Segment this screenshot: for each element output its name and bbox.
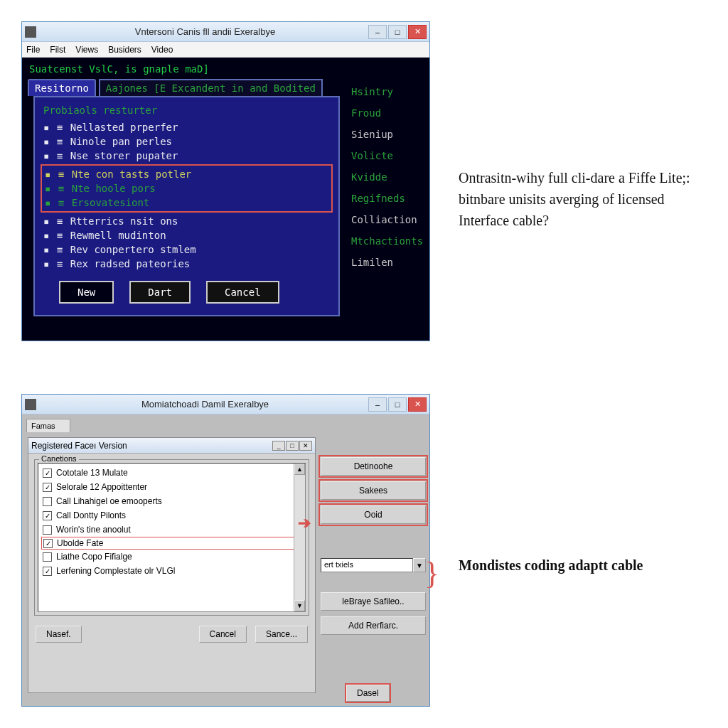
minimize-button[interactable]: – <box>368 397 387 412</box>
list-item[interactable]: Nellasted prperfer <box>43 120 330 134</box>
tab-aajones[interactable]: Aajones [E Excandent in and Bodited <box>99 79 323 96</box>
check-label: Selorale 12 Appoittenter <box>56 482 147 492</box>
menu-video[interactable]: Video <box>151 45 173 55</box>
highlighted-group: Nte con tasts potler Nte hoole pors Erso… <box>41 164 333 213</box>
terminal-body: Suatcenst VslC, is gnaple maD] Resitorno… <box>22 58 429 341</box>
check-row[interactable]: Cototale 13 Mulate <box>43 466 301 480</box>
inner-min-icon[interactable]: _ <box>272 441 285 451</box>
sidebar-item[interactable]: Colliaction <box>351 214 421 225</box>
button-row: New Dart Cancel <box>43 271 330 304</box>
check-row[interactable]: Liathe Copo Fifialge <box>43 550 301 564</box>
menu-filst[interactable]: Filst <box>50 45 65 55</box>
cancel-button[interactable]: Cancel <box>199 626 247 643</box>
inner-titlebar: Registered Faceı Version _ □ ✕ <box>28 438 315 454</box>
new-button[interactable]: New <box>59 281 114 304</box>
ooid-button[interactable]: Ooid <box>321 505 426 524</box>
sidebar-item[interactable]: Sieniup <box>351 129 421 140</box>
scroll-up-icon[interactable]: ▲ <box>294 464 305 475</box>
sidebar: Hsintry Froud Sieniup Volicte Kvidde Reg… <box>347 62 425 336</box>
brace-icon: } <box>424 555 439 592</box>
list-item[interactable]: Rtterrics nsit ons <box>43 214 330 228</box>
dropdown-value: ert txiels <box>321 558 413 572</box>
close-button[interactable]: ✕ <box>408 25 427 39</box>
dropdown[interactable]: ert txiels ▼ <box>321 558 426 572</box>
list-item[interactable]: Nte con tasts potler <box>45 167 328 181</box>
sidebar-item[interactable]: Froud <box>351 107 421 119</box>
checkbox[interactable] <box>43 497 52 506</box>
sakees-button[interactable]: Sakees <box>321 481 426 500</box>
menu-views[interactable]: Views <box>75 45 98 55</box>
check-row[interactable]: Call Dontty Pilonts <box>43 508 301 523</box>
check-row[interactable]: Call Lihahigel oe emooperts <box>43 494 301 508</box>
list-item[interactable]: Nte hoole pors <box>45 181 328 196</box>
checkbox[interactable] <box>43 567 52 576</box>
list-item[interactable]: Rex radsed pateories <box>43 257 330 271</box>
check-row[interactable]: Selorale 12 Appoittenter <box>43 480 301 494</box>
dialog-window: Momiatchoadi Damil Exeralbye – □ ✕ Famas… <box>21 394 430 707</box>
checkbox[interactable] <box>43 539 53 548</box>
tab-row: Resitorno Aajones [E Excandent in and Bo… <box>26 76 347 96</box>
tab-resitorno[interactable]: Resitorno <box>28 79 96 96</box>
window-controls: – □ ✕ <box>368 25 427 39</box>
inner-max-icon[interactable]: □ <box>286 441 299 451</box>
list-item[interactable]: Rev conpertero stmlem <box>43 242 330 257</box>
minimize-button[interactable]: – <box>368 25 387 39</box>
nasef-button[interactable]: Nasef. <box>36 626 82 643</box>
list-item[interactable]: Rewmell mudinton <box>43 228 330 242</box>
window-title: Momiatchoadi Damil Exeralbye <box>42 399 368 410</box>
scrollbar[interactable]: ▲ ▼ <box>294 464 305 611</box>
check-label: Call Lihahigel oe emooperts <box>56 496 162 506</box>
cancel-button[interactable]: Cancel <box>206 281 279 304</box>
terminal-window: Vntersoni Canis fll andii Exeralbye – □ … <box>21 21 430 341</box>
dasel-button[interactable]: Dasel <box>346 685 390 702</box>
menu-busiders[interactable]: Busiders <box>108 45 141 55</box>
sance-button[interactable]: Sance... <box>255 626 308 643</box>
titlebar: Momiatchoadi Damil Exeralbye – □ ✕ <box>22 395 429 414</box>
check-row[interactable]: Lerfening Complestate olr VLGl <box>43 564 301 578</box>
checkbox[interactable] <box>43 525 52 535</box>
sidebar-item[interactable]: Regifneds <box>351 193 421 204</box>
scroll-down-icon[interactable]: ▼ <box>294 600 305 611</box>
detinoohe-button[interactable]: Detinoohe <box>321 457 426 476</box>
check-label: Cototale 13 Mulate <box>56 468 128 478</box>
item-list: Nellasted prperfer Ninole pan perles Nse… <box>43 120 330 163</box>
sidebar-item[interactable]: Hsintry <box>351 86 421 97</box>
maximize-button[interactable]: □ <box>388 25 407 39</box>
sidebar-item[interactable]: Kvidde <box>351 171 421 183</box>
sidebar-item[interactable]: Limilen <box>351 257 421 268</box>
status-line: Suatcenst VslC, is gnaple maD] <box>26 62 347 76</box>
groupbox-label: Canetions <box>39 454 79 463</box>
check-row[interactable]: Worin's tine anoolut <box>43 523 301 537</box>
list-item[interactable]: Ninole pan perles <box>43 134 330 149</box>
dialog-button-row: Nasef. Cancel Sance... <box>28 616 315 653</box>
app-icon <box>25 399 36 410</box>
sidebar-item[interactable]: Volicte <box>351 150 421 161</box>
check-label: Liathe Copo Fifialge <box>56 552 132 562</box>
checkbox[interactable] <box>43 552 52 562</box>
sidebar-item[interactable]: Mtchactionts <box>351 235 421 247</box>
titlebar: Vntersoni Canis fll andii Exeralbye – □ … <box>22 22 429 42</box>
list-item[interactable]: Ersovatesiont <box>45 196 328 210</box>
list-item[interactable]: Nse storer pupater <box>43 149 330 163</box>
back-tab[interactable]: Famas <box>26 419 70 432</box>
dart-button[interactable]: Dart <box>129 281 191 304</box>
add-rerfiarc-button[interactable]: Add Rerfiarc. <box>321 616 426 635</box>
check-label: Lerfening Complestate olr VLGl <box>56 566 175 576</box>
menubar: File Filst Views Busiders Video <box>22 42 429 58</box>
lebraye-button[interactable]: leBraye Safileo.. <box>321 592 426 611</box>
close-button[interactable]: ✕ <box>408 397 427 412</box>
caption-bottom: Mondistes coding adaptt cable <box>459 555 722 576</box>
checkbox[interactable] <box>43 469 52 478</box>
inner-title: Registered Faceı Version <box>31 441 127 451</box>
dialog-body: Famas Registered Faceı Version _ □ ✕ Can… <box>22 414 429 706</box>
check-row[interactable]: Ubolde Fate <box>41 537 302 550</box>
checkbox[interactable] <box>43 511 52 520</box>
maximize-button[interactable]: □ <box>388 397 407 412</box>
checkbox[interactable] <box>43 483 52 492</box>
check-label: Ubolde Fate <box>57 538 103 548</box>
menu-file[interactable]: File <box>26 45 40 55</box>
arrow-icon: ➔ <box>298 514 311 532</box>
check-label: Call Dontty Pilonts <box>56 510 126 520</box>
window-title: Vntersoni Canis fll andii Exeralbye <box>42 26 368 37</box>
inner-close-icon[interactable]: ✕ <box>299 441 312 451</box>
